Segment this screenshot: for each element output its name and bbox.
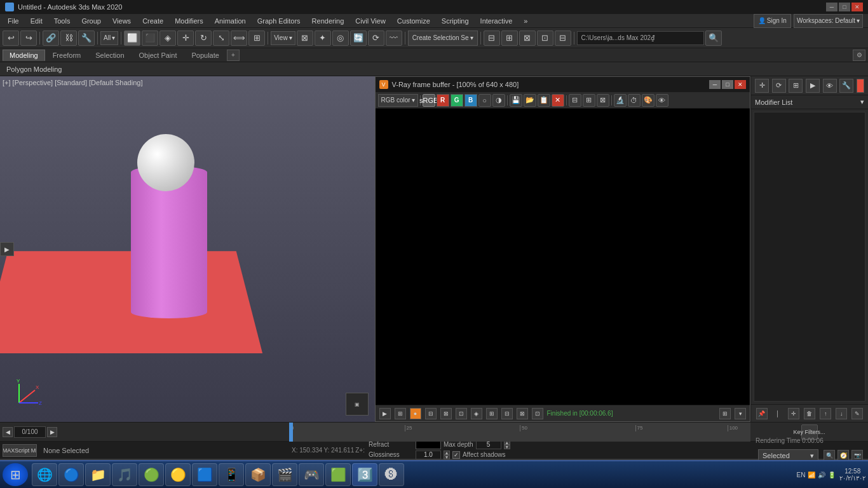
menu-group[interactable]: Group <box>76 16 106 26</box>
timeline-prev-button[interactable]: ◀ <box>3 427 13 437</box>
workspace-dropdown[interactable]: Workspaces: Default ▾ <box>794 14 863 28</box>
rp-move-up-button[interactable]: ↑ <box>820 408 831 419</box>
vray-aa-button[interactable]: 🔬 <box>614 94 627 107</box>
vray-status-btn3[interactable]: ● <box>410 408 421 419</box>
taskbar-explorer[interactable]: 🌐 <box>32 463 57 486</box>
vray-circle-btn[interactable]: ○ <box>478 94 491 107</box>
taskbar-ie[interactable]: 🔵 <box>58 463 84 486</box>
affect-shadows-checkbox[interactable] <box>452 451 460 459</box>
path-browse-button[interactable]: 🔍 <box>705 30 722 46</box>
layers5-button[interactable]: ⊟ <box>555 30 571 46</box>
vray-expand-button[interactable]: ⊞ <box>719 408 731 419</box>
vray-save-button[interactable]: 💾 <box>510 94 522 107</box>
vray-status-btn4[interactable]: ⊟ <box>425 408 437 419</box>
taskbar-app2[interactable]: 🟩 <box>325 463 351 486</box>
layers-button[interactable]: ⊟ <box>484 30 500 46</box>
vray-status-btn6[interactable]: ⊡ <box>456 408 467 419</box>
max-depth-down[interactable]: ▼ <box>504 445 510 449</box>
rp-remove-button[interactable]: 🗑 <box>804 408 815 419</box>
vray-maximize-button[interactable]: □ <box>722 80 733 89</box>
start-button[interactable]: ⊞ <box>3 463 28 486</box>
rp-display-button[interactable]: 👁 <box>823 79 837 93</box>
menu-tools[interactable]: Tools <box>49 16 76 26</box>
tab-freeform[interactable]: Freeform <box>46 50 88 61</box>
select-lasso-button[interactable]: ◈ <box>159 30 176 46</box>
menu-graph-editors[interactable]: Graph Editors <box>252 16 306 26</box>
menu-views[interactable]: Views <box>107 16 136 26</box>
align2-button[interactable]: ⊠ <box>297 30 313 46</box>
taskbar-video[interactable]: 🎬 <box>272 463 297 486</box>
redo-button[interactable]: ↪ <box>20 30 37 46</box>
menu-rendering[interactable]: Rendering <box>307 16 349 26</box>
vray-copy-button[interactable]: 📋 <box>538 94 550 107</box>
snap2-button[interactable]: ◎ <box>332 30 349 46</box>
mirror-button[interactable]: ⟺ <box>231 30 247 46</box>
rp-create-button[interactable]: ✛ <box>755 79 769 93</box>
vray-status-btn8[interactable]: ⊞ <box>486 408 498 419</box>
vray-status-btn11[interactable]: ⊡ <box>532 408 543 419</box>
vray-channel-dropdown[interactable]: RGB color ▾ <box>378 94 418 107</box>
rp-add-button[interactable]: ✛ <box>788 408 799 419</box>
snap4-button[interactable]: ⟳ <box>368 30 384 46</box>
menu-edit[interactable]: Edit <box>25 16 48 26</box>
rp-highlight-button[interactable]: ✎ <box>851 408 863 419</box>
menu-overflow[interactable]: » <box>519 16 532 26</box>
viewport[interactable]: [+] [Perspective] [Standard] [Default Sh… <box>0 76 375 422</box>
vray-status-btn5[interactable]: ⊠ <box>440 408 452 419</box>
rp-hierarchy-button[interactable]: ⊞ <box>789 79 803 93</box>
rotate-button[interactable]: ↻ <box>195 30 212 46</box>
vray-status-btn2[interactable]: ⊞ <box>395 408 406 419</box>
vray-history-button[interactable]: ⏱ <box>628 94 641 107</box>
play-button[interactable]: ▶ <box>0 242 14 256</box>
refract-color-swatch[interactable] <box>416 440 441 449</box>
vray-open-button[interactable]: 📂 <box>524 94 536 107</box>
rp-pin-button[interactable]: 📌 <box>756 408 768 419</box>
vray-b-button[interactable]: B <box>465 94 477 107</box>
sign-in-button[interactable]: 👤 Sign In <box>754 14 791 28</box>
vray-prev-button[interactable]: ⊟ <box>569 94 581 107</box>
tab-settings-button[interactable]: ⚙ <box>853 50 865 61</box>
rp-motion-button[interactable]: ▶ <box>806 79 820 93</box>
menu-animation[interactable]: Animation <box>210 16 251 26</box>
vray-close-button[interactable]: ✕ <box>735 80 746 89</box>
vray-collapse-button[interactable]: ▾ <box>735 408 746 419</box>
layers4-button[interactable]: ⊡ <box>537 30 553 46</box>
minimize-button[interactable]: ─ <box>826 3 837 11</box>
glossiness-up[interactable]: ▲ <box>444 451 450 455</box>
vray-region-button[interactable]: ⊞ <box>583 94 595 107</box>
close-button[interactable]: ✕ <box>851 3 863 11</box>
snap3-button[interactable]: 🔄 <box>350 30 367 46</box>
link-button[interactable]: 🔗 <box>43 30 59 46</box>
taskbar-3dsmax[interactable]: 3️⃣ <box>352 463 377 486</box>
layers2-button[interactable]: ⊞ <box>501 30 518 46</box>
tab-selection[interactable]: Selection <box>88 50 131 61</box>
vray-r-button[interactable]: R <box>437 94 449 107</box>
rp-modify-button[interactable]: ⟳ <box>772 79 786 93</box>
create-selection-button[interactable]: Create Selection Se ▾ <box>408 30 478 46</box>
vray-color-correct-button[interactable]: 🎨 <box>642 94 654 107</box>
menu-file[interactable]: File <box>3 16 24 26</box>
timeline-next-button[interactable]: ▶ <box>47 427 57 437</box>
menu-civil-view[interactable]: Civil View <box>350 16 390 26</box>
tab-modeling[interactable]: Modeling <box>3 50 45 61</box>
taskbar-unknown[interactable]: 🟡 <box>165 463 191 486</box>
taskbar-file-manager[interactable]: 📁 <box>85 463 111 486</box>
menu-interactive[interactable]: Interactive <box>475 16 518 26</box>
timeline-thumb[interactable] <box>289 423 293 442</box>
vray-minimize-button[interactable]: ─ <box>709 80 721 89</box>
taskbar-game[interactable]: 🎮 <box>299 463 324 486</box>
timeline-track[interactable]: 0 25 50 75 100 <box>289 423 750 442</box>
menu-scripting[interactable]: Scripting <box>437 16 474 26</box>
taskbar-media[interactable]: 🎵 <box>112 463 137 486</box>
vray-lens-button[interactable]: 👁 <box>656 94 668 107</box>
modifier-list-area[interactable] <box>754 112 865 402</box>
bind-button[interactable]: 🔧 <box>78 30 95 46</box>
view-cube[interactable]: ▣ <box>346 393 369 416</box>
vray-status-btn1[interactable]: ▶ <box>379 408 391 419</box>
vray-status-btn10[interactable]: ⊠ <box>517 408 528 419</box>
tab-extra-button[interactable]: + <box>227 50 240 61</box>
menu-customize[interactable]: Customize <box>392 16 435 26</box>
vray-status-btn7[interactable]: ◈ <box>471 408 482 419</box>
rp-move-down-button[interactable]: ↓ <box>836 408 847 419</box>
vray-srgb-button[interactable]: sRGB <box>423 94 435 107</box>
